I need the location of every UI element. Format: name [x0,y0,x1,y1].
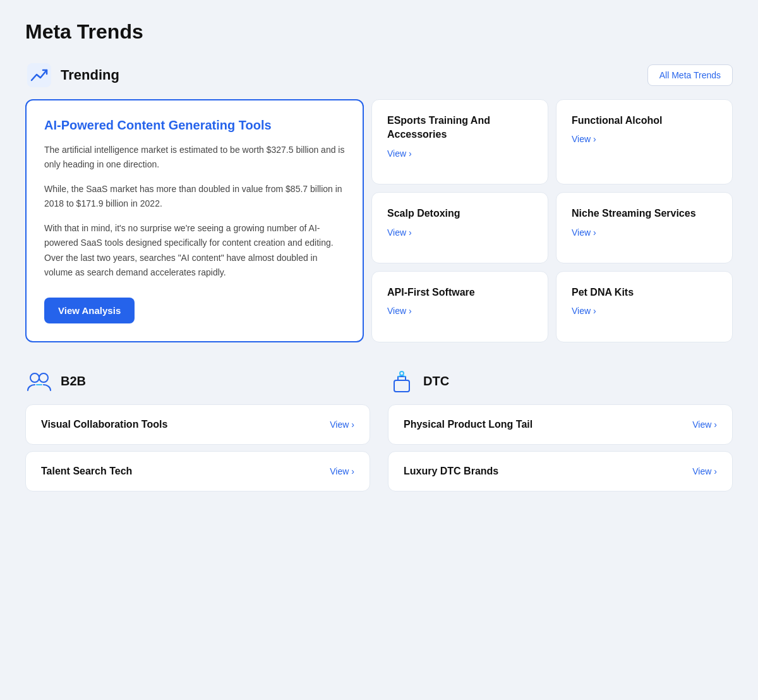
svg-point-1 [30,373,39,382]
b2b-card-0-title: Visual Collaboration Tools [41,419,167,430]
niche-streaming-view-link[interactable]: View › [572,227,717,238]
pet-dna-view-link[interactable]: View › [572,306,717,316]
trending-title: Trending [61,67,119,83]
svg-rect-0 [27,63,51,87]
featured-para-1: The artificial intelligence market is es… [44,143,345,172]
b2b-card-1-title: Talent Search Tech [41,466,132,477]
esports-card-title: ESports Training And Accessories [387,114,532,142]
all-meta-trends-button[interactable]: All Meta Trends [647,64,733,86]
view-analysis-button[interactable]: View Analysis [44,298,135,323]
esports-chevron-icon: › [409,148,412,159]
dtc-title: DTC [423,374,449,389]
b2b-section: B2B Visual Collaboration Tools View › Ta… [25,368,370,498]
niche-streaming-card: Niche Streaming Services View › [556,192,733,263]
svg-rect-3 [394,380,409,392]
featured-para-2: While, the SaaS market has more than dou… [44,182,345,211]
b2b-card-0: Visual Collaboration Tools View › [25,404,370,445]
niche-streaming-chevron-icon: › [593,227,596,238]
dtc-card-1-chevron-icon: › [714,466,717,476]
functional-alcohol-chevron-icon: › [593,134,596,144]
b2b-header: B2B [25,368,370,395]
featured-card: AI-Powered Content Generating Tools The … [25,99,364,342]
trending-icon [25,61,53,89]
dtc-card-0-view-link[interactable]: View › [692,419,717,430]
b2b-icon [25,368,53,395]
api-first-card-title: API-First Software [387,286,532,299]
dtc-section: DTC Physical Product Long Tail View › Lu… [388,368,733,498]
b2b-card-1-view-link[interactable]: View › [330,466,354,476]
trending-grid: AI-Powered Content Generating Tools The … [25,99,733,342]
dtc-card-0-title: Physical Product Long Tail [404,419,532,430]
svg-point-4 [400,371,404,375]
pet-dna-chevron-icon: › [593,306,596,316]
scalp-detoxing-view-link[interactable]: View › [387,227,532,238]
api-first-view-link[interactable]: View › [387,306,532,316]
page-title: Meta Trends [25,20,733,44]
api-first-card: API-First Software View › [371,271,548,342]
featured-card-title: AI-Powered Content Generating Tools [44,118,345,133]
dtc-card-1-view-link[interactable]: View › [692,466,717,476]
pet-dna-card-title: Pet DNA Kits [572,286,717,299]
dtc-header: DTC [388,368,733,395]
scalp-detoxing-card: Scalp Detoxing View › [371,192,548,263]
trending-header-left: Trending [25,61,119,89]
b2b-card-0-chevron-icon: › [351,419,354,430]
dtc-icon [388,368,416,395]
scalp-detoxing-chevron-icon: › [409,227,412,238]
scalp-detoxing-card-title: Scalp Detoxing [387,207,532,220]
api-first-chevron-icon: › [409,306,412,316]
esports-view-link[interactable]: View › [387,148,532,159]
b2b-card-1-chevron-icon: › [351,466,354,476]
b2b-card-0-view-link[interactable]: View › [330,419,354,430]
functional-alcohol-view-link[interactable]: View › [572,134,717,144]
functional-alcohol-card: Functional Alcohol View › [556,99,733,184]
svg-point-2 [39,373,48,382]
b2b-title: B2B [61,374,86,389]
trending-section-header: Trending All Meta Trends [25,61,733,89]
featured-para-3: With that in mind, it's no surprise we'r… [44,221,345,279]
dtc-card-0: Physical Product Long Tail View › [388,404,733,445]
esports-card: ESports Training And Accessories View › [371,99,548,184]
b2b-card-1: Talent Search Tech View › [25,451,370,492]
functional-alcohol-card-title: Functional Alcohol [572,114,717,128]
dtc-card-1-title: Luxury DTC Brands [404,466,498,477]
bottom-sections: B2B Visual Collaboration Tools View › Ta… [25,368,733,498]
dtc-card-1: Luxury DTC Brands View › [388,451,733,492]
dtc-card-0-chevron-icon: › [714,419,717,430]
niche-streaming-card-title: Niche Streaming Services [572,207,717,220]
pet-dna-card: Pet DNA Kits View › [556,271,733,342]
featured-card-body: The artificial intelligence market is es… [44,143,345,280]
